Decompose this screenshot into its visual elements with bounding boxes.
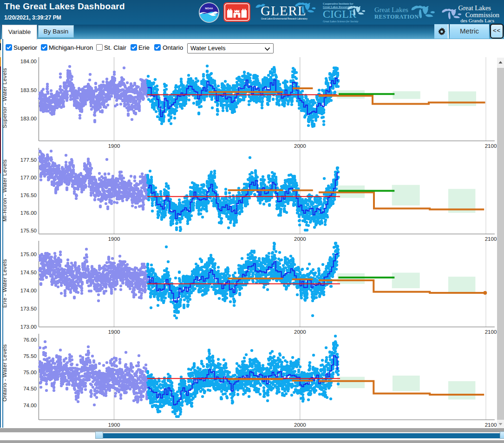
svg-text:2100: 2100: [485, 236, 497, 242]
svg-text:175.00: 175.00: [20, 251, 37, 257]
svg-text:174.50: 174.50: [20, 270, 37, 275]
svg-text:74.50: 74.50: [23, 386, 37, 391]
svg-text:173.00: 173.00: [20, 324, 37, 330]
svg-text:177.50: 177.50: [20, 157, 37, 163]
svg-text:2100: 2100: [485, 422, 497, 428]
svg-text:184.00: 184.00: [20, 59, 37, 64]
svg-text:183.50: 183.50: [20, 87, 37, 93]
svg-text:176.50: 176.50: [20, 192, 37, 198]
svg-text:1900: 1900: [108, 422, 120, 428]
svg-text:176.00: 176.00: [20, 210, 37, 216]
svg-text:173.50: 173.50: [20, 306, 37, 311]
svg-text:2000: 2000: [294, 143, 306, 149]
svg-text:2000: 2000: [294, 329, 306, 335]
svg-text:MI-Huron - Water Levels: MI-Huron - Water Levels: [2, 159, 7, 222]
svg-text:74.00: 74.00: [23, 403, 37, 408]
svg-text:76.00: 76.00: [23, 337, 37, 343]
svg-text:174.00: 174.00: [20, 288, 37, 293]
svg-text:2000: 2000: [294, 422, 306, 428]
svg-text:1900: 1900: [108, 329, 120, 335]
svg-text:1900: 1900: [108, 143, 120, 149]
svg-text:183.00: 183.00: [20, 116, 37, 121]
svg-text:75.50: 75.50: [23, 353, 37, 359]
svg-text:2000: 2000: [294, 236, 306, 242]
svg-text:177.00: 177.00: [20, 175, 37, 180]
svg-text:175.50: 175.50: [20, 228, 37, 233]
svg-text:2100: 2100: [485, 143, 497, 149]
svg-text:1900: 1900: [108, 236, 120, 242]
svg-text:Erie - Water Levels: Erie - Water Levels: [2, 259, 7, 308]
svg-text:75.00: 75.00: [23, 370, 37, 375]
svg-text:Superior - Water Levels: Superior - Water Levels: [2, 68, 7, 128]
svg-text:2100: 2100: [485, 329, 497, 335]
svg-text:Ontario - Water Levels: Ontario - Water Levels: [2, 344, 7, 401]
